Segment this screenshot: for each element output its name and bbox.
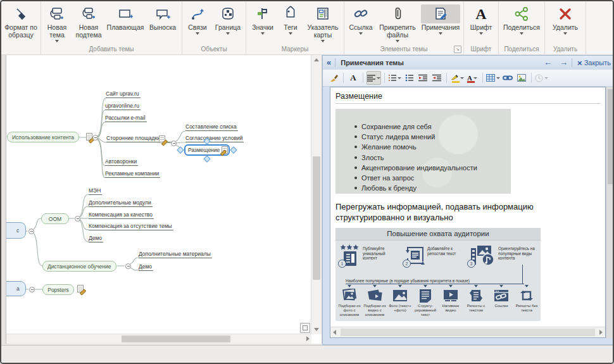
topic-soglasovanie-uslovij[interactable]: Согласование условий [185, 135, 244, 142]
topic-avtovoronki[interactable]: Автоворонки [105, 158, 138, 166]
heading-divider [335, 103, 600, 104]
note-infographic-image[interactable]: Повышение охвата аудитории 1 Публикуйте … [335, 228, 541, 321]
dropdown-caret-icon [563, 32, 567, 35]
topic-distancionnoe[interactable]: Дистанционное обучение [42, 261, 116, 272]
slide-bullet: Сохранение для себя [354, 122, 511, 132]
topic-oom[interactable]: ООМ [41, 213, 69, 224]
font-dialog-button[interactable]: A [347, 72, 360, 84]
note-icon[interactable] [77, 285, 85, 293]
numbered-list-button[interactable] [388, 72, 401, 84]
next-note-icon[interactable]: → [556, 56, 572, 69]
collapse-hub[interactable] [28, 229, 34, 234]
font-color-button[interactable]: A [465, 72, 479, 84]
canvas-vertical-scrollbar[interactable] [311, 55, 322, 334]
scroll-left-icon[interactable] [333, 330, 336, 335]
canvas-horizontal-scrollbar[interactable] [6, 334, 311, 344]
group-label-font: Шрифт [465, 45, 497, 54]
share-button[interactable]: Поделиться [500, 3, 543, 45]
chain-link-icon [503, 74, 513, 82]
topic-rassylki[interactable]: Рассылки e-mail [105, 115, 147, 122]
vscroll-thumb[interactable] [313, 156, 320, 280]
callout-button[interactable]: Выноска [145, 3, 180, 45]
notes-editor[interactable]: Размещение Сохранение для себя Статус ли… [330, 87, 606, 338]
previous-note-icon[interactable]: ← [540, 56, 556, 69]
ribbon-group-markers: Значки Теги Указатель карты [246, 1, 344, 54]
attach-files-button[interactable]: Прикрепить файлы [376, 3, 419, 45]
tags-button[interactable]: Теги [278, 3, 303, 45]
highlight-button[interactable] [450, 72, 464, 84]
dropdown-caret-icon [439, 32, 442, 35]
new-topic-button[interactable]: Новая тема [42, 3, 72, 45]
new-subtopic-button[interactable]: Новая подтема [72, 3, 106, 45]
insert-timestamp-button[interactable] [535, 72, 548, 84]
vscroll-thumb[interactable] [608, 89, 614, 184]
topic-ispolzovanie-kontenta[interactable]: Использование контента [7, 132, 79, 142]
dialog-launcher-icon[interactable]: ↘ [454, 46, 461, 53]
scroll-down-icon[interactable] [314, 328, 319, 331]
insert-table-button[interactable] [486, 72, 500, 84]
format-painter-button[interactable]: Формат по образцу [3, 3, 39, 45]
close-panel-icon[interactable]: × [572, 58, 584, 68]
scroll-right-icon[interactable] [306, 336, 310, 341]
delete-button[interactable]: Удалить [546, 3, 584, 45]
topic-men[interactable]: МЭН [89, 187, 102, 195]
floating-topic-icon [108, 4, 143, 23]
icons-button[interactable]: Значки [247, 3, 278, 45]
close-panel-label[interactable]: Закрыть [584, 59, 614, 66]
topic-main-3[interactable]: а [6, 281, 26, 296]
topic-sait-uprav[interactable]: Сайт uprav.ru [106, 91, 141, 98]
format-brush-button[interactable] [327, 72, 340, 84]
topic-demo-1[interactable]: Демо [89, 235, 103, 242]
photo-icon [392, 289, 408, 303]
collapse-panel-icon[interactable]: « [323, 56, 335, 69]
panel-vertical-scrollbar[interactable] [606, 87, 614, 338]
outdent-button[interactable] [417, 72, 429, 84]
note-icon[interactable] [222, 146, 226, 154]
topic-razmeshchenie-selected[interactable]: Размещение [184, 144, 230, 156]
dropdown-caret-icon [544, 77, 548, 79]
topic-kompensacia-kachestvo[interactable]: Компенсация за качество [89, 211, 154, 219]
collapse-hub[interactable] [75, 216, 80, 222]
link-button[interactable]: Ссылка [346, 3, 376, 45]
topic-reklamnye[interactable]: Рекламные компании [105, 170, 160, 178]
scroll-up-icon[interactable] [314, 58, 319, 61]
ribbon-group-format: Формат по образцу [1, 1, 41, 54]
note-image-slide[interactable]: Сохранение для себя Статус лидера мнений… [335, 109, 511, 194]
topic-dop-materialy[interactable]: Дополнительные материалы [139, 251, 212, 258]
topic-demo-2[interactable]: Демо [139, 263, 153, 271]
callout-icon [147, 4, 179, 23]
map-overview-button[interactable] [300, 323, 310, 333]
topic-sostavlenie-spiska[interactable]: Составление списка [185, 123, 238, 131]
note-icon[interactable] [159, 135, 167, 144]
map-canvas[interactable]: Использование контента Сайт uprav.ru upr… [6, 55, 322, 344]
notes-button[interactable]: Примечания [419, 3, 462, 45]
ribbon-group-add-topics: Новая тема Новая подтема Плавающая [41, 1, 182, 54]
bullet-list-button[interactable] [403, 72, 415, 84]
topic-popsters[interactable]: Popsters [42, 284, 74, 295]
collapse-hub[interactable] [171, 141, 177, 146]
panel-header: « Примечания темы ← → × Закрыть [323, 56, 614, 70]
scroll-right-icon[interactable] [599, 330, 603, 335]
relationships-button[interactable]: Связи [184, 3, 211, 45]
map-index-button[interactable]: Указатель карты [303, 3, 342, 45]
align-button[interactable] [367, 71, 381, 85]
collapse-hub[interactable] [29, 287, 35, 292]
hscroll-thumb[interactable] [122, 336, 230, 342]
infographic-item: Ссылки [489, 285, 514, 317]
insert-image-button[interactable] [515, 72, 528, 84]
topic-kompensacia-otsutstvie[interactable]: Компенсация за отсутствие темы [89, 223, 173, 230]
floating-topic-button[interactable]: Плавающая [106, 3, 145, 45]
ribbon-group-share: Поделиться Поделиться [499, 1, 545, 54]
boundary-button[interactable]: Граница [211, 3, 244, 45]
infographic-popular-label: Наиболее популярные (в порядке убывания … [346, 279, 470, 283]
group-label-objects: Объекты [184, 45, 244, 54]
topic-dop-moduli[interactable]: Дополнительные модули [89, 199, 153, 207]
collapse-hub[interactable] [125, 263, 131, 269]
insert-link-button[interactable] [501, 72, 514, 84]
font-button[interactable]: A Шрифт [465, 3, 497, 45]
indent-button[interactable] [430, 72, 443, 84]
topic-main-2[interactable]: с [6, 222, 26, 239]
notes-horizontal-scrollbar[interactable] [330, 327, 605, 337]
topic-upravonline[interactable]: upravonline.ru [105, 103, 141, 110]
collapse-hub[interactable] [92, 135, 98, 141]
